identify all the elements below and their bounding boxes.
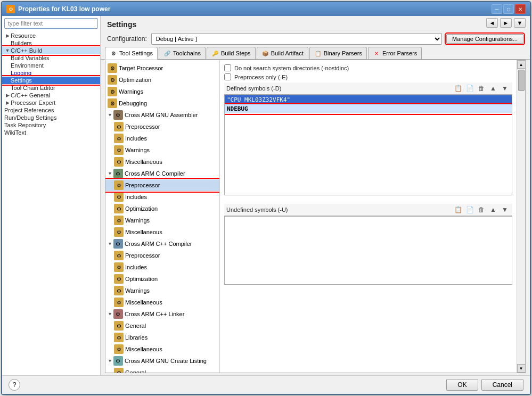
help-button[interactable]: ?: [9, 379, 20, 391]
tool-item-c-misc[interactable]: ⚙ Miscellaneous: [105, 226, 219, 238]
undefined-symbols-add-button[interactable]: 📋: [453, 205, 463, 214]
preprocess-only-checkbox[interactable]: [224, 73, 231, 80]
tool-item-debugging[interactable]: ⚙ Debugging: [105, 97, 219, 109]
tool-item-c-includes[interactable]: ⚙ Includes: [105, 191, 219, 203]
undefined-symbols-delete-button[interactable]: 🗑: [476, 205, 487, 214]
tool-item-cpp-preprocessor[interactable]: ⚙ Preprocessor: [105, 250, 219, 261]
tool-item-asm-misc[interactable]: ⚙ Miscellaneous: [105, 156, 219, 168]
nav-forward-button[interactable]: ►: [500, 18, 512, 28]
maximize-button[interactable]: □: [503, 4, 514, 14]
sidebar-item-settings[interactable]: Settings: [2, 77, 100, 84]
undefined-symbols-import-button[interactable]: 📄: [464, 205, 475, 214]
scroll-down-button[interactable]: ▼: [517, 364, 526, 373]
scroll-up-button[interactable]: ▲: [517, 60, 526, 69]
gear-icon: ⚙: [114, 286, 124, 295]
gear-icon: ⚙: [114, 134, 124, 143]
sidebar-item-tool-chain-editor[interactable]: Tool Chain Editor: [2, 84, 100, 92]
defined-symbol-ndebug-row[interactable]: NDEBUG: [225, 104, 512, 113]
defined-symbols-delete-button[interactable]: 🗑: [476, 84, 487, 93]
tool-item-cross-arm-cpp-linker[interactable]: ▼ ⚙ Cross ARM C++ Linker: [105, 308, 219, 320]
tool-item-cpp-optimization[interactable]: ⚙ Optimization: [105, 273, 219, 285]
gear-icon: ⚙: [114, 321, 124, 331]
no-system-dirs-checkbox[interactable]: [224, 64, 231, 71]
undefined-symbols-move-down-button[interactable]: ▼: [500, 205, 510, 214]
gear-icon: ⚙: [114, 333, 124, 342]
tool-item-label: General: [125, 323, 146, 329]
tool-item-label: Miscellaneous: [125, 159, 162, 165]
tool-item-c-optimization[interactable]: ⚙ Optimization: [105, 203, 219, 214]
tool-item-target-processor[interactable]: ⚙ Target Processor: [105, 62, 219, 74]
nav-dropdown-button[interactable]: ▼: [514, 18, 526, 28]
sidebar-item-build-variables[interactable]: Build Variables: [2, 54, 100, 62]
defined-symbols-move-up-button[interactable]: ▲: [488, 84, 498, 93]
tool-item-cpp-includes[interactable]: ⚙ Includes: [105, 261, 219, 273]
tool-item-cross-arm-c-compiler[interactable]: ▼ ⚙ Cross ARM C Compiler: [105, 168, 219, 179]
tool-item-cross-arm-gnu-listing[interactable]: ▼ ⚙ Cross ARM GNU Create Listing: [105, 355, 219, 367]
defined-symbols-import-button[interactable]: 📄: [464, 84, 475, 93]
right-scrollbar[interactable]: ▲ ▼: [517, 60, 525, 373]
sidebar-item-label: Processor Expert: [11, 100, 55, 106]
defined-symbols-actions: 📋 📄 🗑 ▲ ▼: [453, 84, 510, 93]
sidebar-item-label: Logging: [11, 70, 31, 76]
scroll-thumb[interactable]: [518, 70, 525, 91]
sidebar-item-processor-expert[interactable]: ▶ Processor Expert: [2, 99, 100, 106]
nav-back-button[interactable]: ◄: [486, 18, 498, 28]
tab-error-parsers[interactable]: ✕ Error Parsers: [368, 47, 422, 59]
tool-item-label: Preprocessor: [125, 252, 160, 259]
defined-symbols-move-down-button[interactable]: ▼: [500, 84, 510, 93]
gear-icon: ⚙: [113, 356, 123, 366]
tool-item-label: Cross ARM C++ Linker: [125, 311, 184, 317]
cancel-button[interactable]: Cancel: [481, 379, 523, 391]
tab-build-artifact[interactable]: 📦 Build Artifact: [257, 47, 308, 59]
tool-item-linker-libraries[interactable]: ⚙ Libraries: [105, 332, 219, 343]
dialog-buttons: OK Cancel: [446, 379, 523, 391]
sidebar-item-resource[interactable]: ▶ Resource: [2, 32, 100, 39]
tool-item-c-preprocessor[interactable]: ⚙ Preprocessor: [105, 179, 219, 191]
defined-symbols-table: "CPU_MKL03Z32VFK4" NDEBUG: [224, 95, 512, 195]
config-select[interactable]: Debug [ Active ]: [151, 33, 442, 45]
tool-item-asm-includes[interactable]: ⚙ Includes: [105, 133, 219, 144]
gear-icon: ⚙: [114, 274, 124, 284]
tool-item-label: Miscellaneous: [125, 229, 162, 235]
sidebar-item-builders[interactable]: Builders: [2, 39, 100, 47]
error-parsers-icon: ✕: [373, 50, 380, 57]
bottom-bar: ? OK Cancel: [2, 375, 530, 394]
ok-button[interactable]: OK: [446, 379, 478, 391]
tool-item-listing-general[interactable]: ⚙ General: [105, 367, 219, 373]
tool-item-c-warnings[interactable]: ⚙ Warnings: [105, 214, 219, 226]
gear-icon: ⚙: [114, 368, 124, 373]
sidebar-item-cpp-general[interactable]: ▶ C/C++ General: [2, 92, 100, 99]
tab-build-steps[interactable]: 🔑 Build Steps: [207, 47, 256, 59]
close-button[interactable]: ✕: [515, 4, 526, 14]
sidebar-item-label: Task Repository: [4, 122, 46, 128]
sidebar-item-label: Tool Chain Editor: [11, 85, 55, 91]
sidebar-item-run-debug[interactable]: Run/Debug Settings: [2, 114, 100, 121]
tool-item-linker-misc[interactable]: ⚙ Miscellaneous: [105, 343, 219, 355]
defined-symbols-add-button[interactable]: 📋: [453, 84, 463, 93]
sidebar-item-wikitext[interactable]: WikiText: [2, 129, 100, 136]
sidebar-item-environment[interactable]: Environment: [2, 62, 100, 69]
tool-item-warnings[interactable]: ⚙ Warnings: [105, 86, 219, 97]
sidebar-item-task-repository[interactable]: Task Repository: [2, 121, 100, 129]
tab-toolchains[interactable]: 🔗 Toolchains: [159, 47, 206, 59]
tool-item-cross-arm-gnu-asm[interactable]: ▼ ⚙ Cross ARM GNU Assembler: [105, 109, 219, 121]
sidebar-item-project-references[interactable]: Project References: [2, 106, 100, 114]
gear-icon: ⚙: [114, 192, 124, 202]
tool-item-cpp-warnings[interactable]: ⚙ Warnings: [105, 285, 219, 296]
defined-symbol-row[interactable]: "CPU_MKL03Z32VFK4": [225, 95, 512, 104]
tool-item-optimization[interactable]: ⚙ Optimization: [105, 74, 219, 86]
tool-item-linker-general[interactable]: ⚙ General: [105, 320, 219, 332]
manage-configurations-button[interactable]: Manage Configurations...: [446, 34, 523, 44]
sidebar-item-cpp-build[interactable]: ▼ C/C++ Build: [2, 47, 100, 54]
defined-symbols-label: Defined symbols (-D): [226, 85, 281, 92]
filter-input[interactable]: [4, 18, 98, 29]
tool-item-cross-arm-cpp-compiler[interactable]: ▼ ⚙ Cross ARM C++ Compiler: [105, 238, 219, 250]
undefined-symbols-move-up-button[interactable]: ▲: [488, 205, 498, 214]
tab-tool-settings[interactable]: ⚙ Tool Settings: [105, 47, 158, 60]
tool-item-asm-warnings[interactable]: ⚙ Warnings: [105, 144, 219, 156]
tab-binary-parsers[interactable]: 📋 Binary Parsers: [309, 47, 367, 59]
sidebar-item-logging[interactable]: Logging: [2, 69, 100, 77]
tool-item-cpp-misc[interactable]: ⚙ Miscellaneous: [105, 296, 219, 308]
minimize-button[interactable]: ─: [492, 4, 502, 14]
tool-item-asm-preprocessor[interactable]: ⚙ Preprocessor: [105, 121, 219, 133]
